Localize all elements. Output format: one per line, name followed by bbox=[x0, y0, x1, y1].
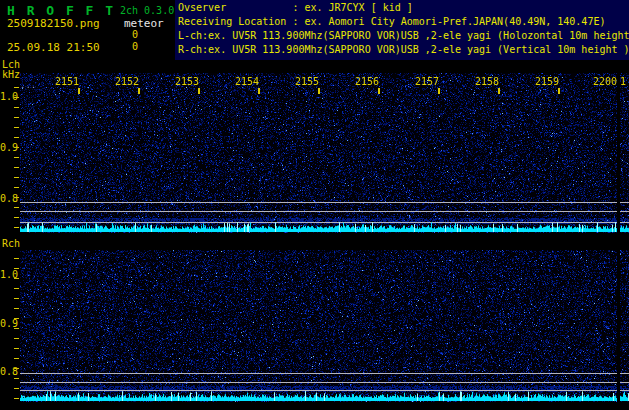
freq-tick bbox=[14, 217, 19, 218]
time-label: 2154 bbox=[235, 77, 259, 87]
freq-tick bbox=[14, 157, 19, 158]
freq-tick bbox=[14, 197, 19, 198]
freq-tick bbox=[14, 147, 19, 148]
app-version: 2ch 0.3.0 bbox=[120, 5, 174, 16]
time-label: 2155 bbox=[295, 77, 319, 87]
rch-panel-label: Rch bbox=[2, 238, 20, 249]
time-label-partial: 1 bbox=[620, 77, 626, 87]
lch-spectrogram bbox=[20, 73, 629, 233]
freq-tick bbox=[14, 278, 19, 279]
lch-ytick-0_9: 0.9 bbox=[0, 143, 18, 153]
lch-rig-line: L-ch:ex. UV5R 113.900Mhz(SAPPORO VOR)USB… bbox=[178, 31, 629, 41]
time-label: 2200 bbox=[593, 77, 617, 87]
freq-tick bbox=[14, 187, 19, 188]
app-title: H R O F F T bbox=[7, 3, 115, 18]
freq-tick bbox=[14, 97, 19, 98]
khz-unit-label: kHz bbox=[2, 69, 20, 80]
time-label: 2151 bbox=[55, 77, 79, 87]
freq-tick bbox=[14, 177, 19, 178]
time-label: 2152 bbox=[115, 77, 139, 87]
rch-spectrogram bbox=[20, 250, 629, 402]
freq-tick bbox=[14, 358, 19, 359]
freq-tick bbox=[14, 328, 19, 329]
time-label: 2158 bbox=[475, 77, 499, 87]
observer-line: Ovserver : ex. JR7CYX [ kid ] bbox=[178, 3, 413, 13]
freq-tick bbox=[14, 167, 19, 168]
freq-tick bbox=[14, 227, 19, 228]
freq-tick bbox=[14, 137, 19, 138]
freq-tick bbox=[14, 398, 19, 399]
freq-tick bbox=[14, 117, 19, 118]
freq-tick bbox=[14, 318, 19, 319]
time-axis-leading-dots: ... bbox=[20, 80, 36, 90]
freq-tick bbox=[14, 378, 19, 379]
freq-tick bbox=[14, 268, 19, 269]
time-label: 2157 bbox=[415, 77, 439, 87]
time-label: 2156 bbox=[355, 77, 379, 87]
freq-tick bbox=[14, 338, 19, 339]
freq-tick bbox=[14, 388, 19, 389]
freq-tick bbox=[14, 107, 19, 108]
freq-tick bbox=[14, 127, 19, 128]
meteor-count-lower: 0 bbox=[132, 41, 138, 52]
freq-tick bbox=[14, 368, 19, 369]
freq-tick bbox=[14, 348, 19, 349]
meteor-counter-label: meteor bbox=[124, 17, 164, 30]
output-filename: 2509182150.png bbox=[7, 17, 100, 30]
freq-tick bbox=[14, 288, 19, 289]
meteor-count-upper: 0 bbox=[132, 29, 138, 40]
freq-tick bbox=[14, 87, 19, 88]
time-label: 2159 bbox=[535, 77, 559, 87]
rch-rig-line: R-ch:ex. UV5R 113.900Mhz(SAPPORO VOR)USB… bbox=[178, 45, 629, 55]
time-label: 2153 bbox=[175, 77, 199, 87]
freq-tick bbox=[14, 207, 19, 208]
location-line: Receiving Location : ex. Aomori City Aom… bbox=[178, 17, 605, 27]
lch-ytick-0_8: 0.8 bbox=[0, 194, 18, 204]
hrofft-screen: H R O F F T 2ch 0.3.0 2509182150.png met… bbox=[0, 0, 629, 410]
freq-tick bbox=[14, 308, 19, 309]
freq-tick bbox=[14, 298, 19, 299]
freq-tick bbox=[14, 258, 19, 259]
timestamp: 25.09.18 21:50 bbox=[7, 41, 100, 54]
